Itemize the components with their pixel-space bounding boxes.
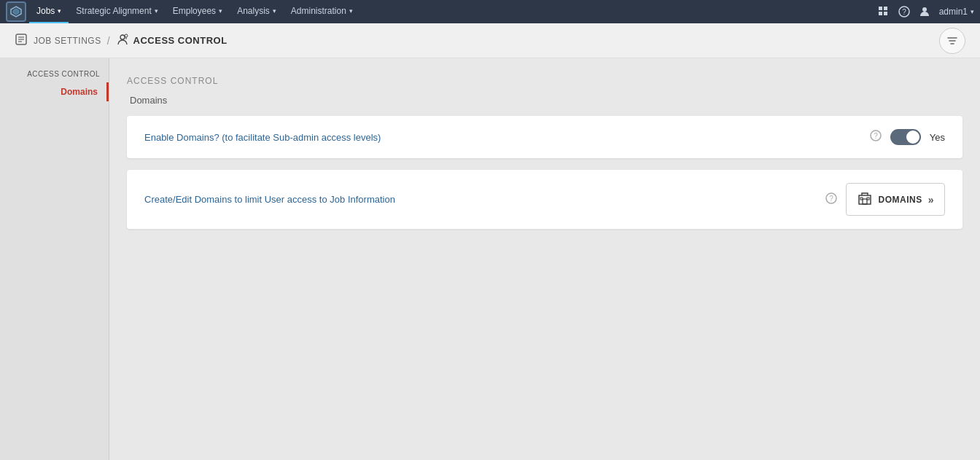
user-icon bbox=[919, 6, 930, 17]
chevron-down-icon: ▾ bbox=[58, 7, 61, 15]
nav-item-jobs[interactable]: Jobs ▾ bbox=[29, 0, 69, 23]
sidebar-section-title: ACCESS CONTROL bbox=[0, 70, 109, 82]
create-edit-domains-label: Create/Edit Domains to limit User access… bbox=[144, 194, 395, 205]
svg-rect-5 bbox=[884, 12, 887, 15]
breadcrumb-left: JOB SETTINGS / ACCESS CONTROL bbox=[15, 33, 228, 49]
domains-building-icon bbox=[857, 190, 873, 209]
svg-rect-23 bbox=[867, 198, 869, 200]
grid-icon-button[interactable] bbox=[878, 6, 890, 17]
help-icon-button[interactable]: ? bbox=[898, 6, 910, 17]
enable-domains-toggle[interactable] bbox=[890, 129, 921, 145]
nav-item-strategic-alignment[interactable]: Strategic Alignment ▾ bbox=[69, 0, 165, 23]
chevron-down-icon: ▾ bbox=[155, 7, 158, 15]
domains-button[interactable]: DOMAINS » bbox=[846, 183, 945, 216]
create-edit-domains-card: Create/Edit Domains to limit User access… bbox=[127, 170, 962, 229]
svg-point-8 bbox=[922, 7, 927, 12]
svg-rect-4 bbox=[879, 12, 882, 15]
access-control-icon bbox=[116, 33, 129, 49]
nav-right: ? admin1 ▾ bbox=[878, 6, 974, 17]
create-edit-domains-controls: ? DOMAINS » bbox=[825, 183, 945, 216]
chevron-down-icon: ▾ bbox=[349, 7, 353, 15]
svg-rect-3 bbox=[884, 7, 887, 10]
domains-button-label: DOMAINS bbox=[879, 195, 922, 205]
svg-marker-1 bbox=[13, 9, 19, 15]
content-subsection-heading: Domains bbox=[127, 95, 962, 106]
enable-domains-label: Enable Domains? (to facilitate Sub-admin… bbox=[144, 132, 381, 143]
help-icon[interactable]: ? bbox=[825, 192, 837, 207]
content-area: ACCESS CONTROL Domains Enable Domains? (… bbox=[109, 58, 980, 460]
content-section-heading: ACCESS CONTROL bbox=[127, 76, 962, 86]
enable-domains-card: Enable Domains? (to facilitate Sub-admin… bbox=[127, 116, 962, 158]
svg-text:?: ? bbox=[902, 8, 906, 16]
top-navigation: Jobs ▾ Strategic Alignment ▾ Employees ▾… bbox=[0, 0, 980, 23]
chevron-right-icon: » bbox=[928, 194, 934, 206]
nav-item-administration[interactable]: Administration ▾ bbox=[284, 0, 360, 23]
nav-item-analysis[interactable]: Analysis ▾ bbox=[230, 0, 284, 23]
main-layout: ACCESS CONTROL Domains ACCESS CONTROL Do… bbox=[0, 58, 980, 460]
svg-point-14 bbox=[125, 34, 128, 37]
svg-rect-2 bbox=[879, 7, 882, 10]
enable-domains-controls: ? Yes bbox=[870, 129, 945, 145]
sidebar-item-domains[interactable]: Domains bbox=[0, 82, 109, 101]
breadcrumb-section: JOB SETTINGS bbox=[34, 36, 101, 46]
svg-rect-22 bbox=[860, 198, 863, 200]
svg-text:?: ? bbox=[829, 195, 833, 203]
svg-point-13 bbox=[120, 35, 125, 39]
chevron-down-icon: ▾ bbox=[273, 7, 276, 15]
breadcrumb-current: ACCESS CONTROL bbox=[116, 33, 228, 49]
nav-item-employees[interactable]: Employees ▾ bbox=[166, 0, 230, 23]
breadcrumb-bar: JOB SETTINGS / ACCESS CONTROL bbox=[0, 23, 980, 58]
nav-left: Jobs ▾ Strategic Alignment ▾ Employees ▾… bbox=[6, 0, 360, 23]
filter-button[interactable] bbox=[939, 28, 965, 54]
svg-text:?: ? bbox=[874, 132, 878, 140]
toggle-yes-label: Yes bbox=[930, 132, 945, 143]
job-settings-icon bbox=[15, 33, 28, 49]
breadcrumb-separator: / bbox=[107, 35, 110, 47]
app-logo[interactable] bbox=[6, 1, 26, 22]
help-icon[interactable]: ? bbox=[870, 130, 882, 144]
user-label[interactable]: admin1 ▾ bbox=[939, 7, 974, 17]
svg-rect-21 bbox=[863, 199, 867, 204]
chevron-down-icon: ▾ bbox=[971, 8, 974, 15]
sidebar: ACCESS CONTROL Domains bbox=[0, 58, 109, 460]
chevron-down-icon: ▾ bbox=[219, 7, 222, 15]
